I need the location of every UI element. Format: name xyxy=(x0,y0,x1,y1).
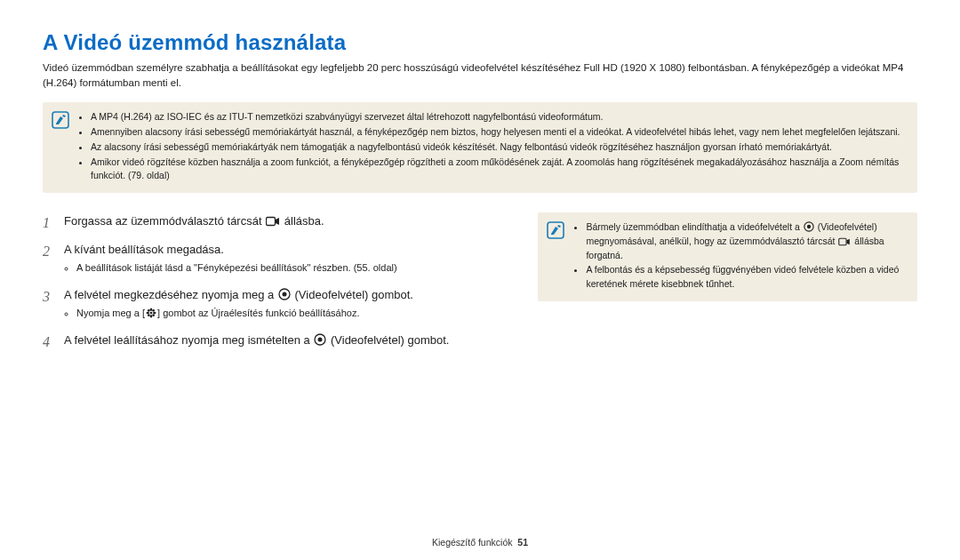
side-note-list: Bármely üzemmódban elindíthatja a videóf… xyxy=(573,220,907,292)
page-number: 51 xyxy=(517,537,528,548)
record-icon xyxy=(804,221,814,232)
step-2: A kívánt beállítások megadása. A beállít… xyxy=(43,241,506,276)
step-subitem: A beállítások listáját lásd a "Fényképez… xyxy=(76,260,506,276)
note-box: A MP4 (H.264) az ISO-IEC és az ITU-T nem… xyxy=(43,102,917,193)
step-text: A felvétel megkezdéséhez nyomja meg a xyxy=(64,288,277,301)
step-3: A felvétel megkezdéséhez nyomja meg a (V… xyxy=(43,286,506,321)
note-item: Az alacsony írási sebességű memóriakárty… xyxy=(91,140,905,155)
step-text: A kívánt beállítások megadása. xyxy=(64,243,224,256)
note-icon xyxy=(547,221,564,239)
flower-icon xyxy=(146,308,156,318)
step-text: állásba. xyxy=(281,214,324,228)
step-text: (Videofelvétel) gombot. xyxy=(327,333,449,347)
note-item: Amennyiben alacsony írási sebességű memó… xyxy=(91,125,905,140)
step-text: A felvétel leállításához nyomja meg ismé… xyxy=(64,333,313,347)
step-sublist: A beállítások listáját lásd a "Fényképez… xyxy=(64,260,506,276)
camcorder-icon xyxy=(266,216,280,227)
step-4: A felvétel leállításához nyomja meg ismé… xyxy=(43,332,506,349)
step-sublist: Nyomja meg a [] gombot az Újraélesítés f… xyxy=(64,306,506,321)
side-note-item: A felbontás és a képsebesség függvényébe… xyxy=(586,263,907,292)
step-text: (Videofelvétel) gombot. xyxy=(292,288,413,301)
camcorder-icon xyxy=(838,237,851,246)
record-icon xyxy=(314,333,326,346)
step-subitem: Nyomja meg a [] gombot az Újraélesítés f… xyxy=(76,306,506,321)
page-footer: Kiegészítő funkciók 51 xyxy=(0,537,960,548)
note-icon xyxy=(52,111,69,129)
side-note: Bármely üzemmódban elindíthatja a videóf… xyxy=(538,212,917,301)
side-note-item: Bármely üzemmódban elindíthatja a videóf… xyxy=(586,220,907,262)
note-list: A MP4 (H.264) az ISO-IEC és az ITU-T nem… xyxy=(78,109,905,184)
footer-label: Kiegészítő funkciók xyxy=(432,537,512,548)
intro-text: Videó üzemmódban személyre szabhatja a b… xyxy=(43,60,917,90)
note-item: A MP4 (H.264) az ISO-IEC és az ITU-T nem… xyxy=(91,110,905,124)
record-icon xyxy=(278,288,291,300)
step-subtext: ] gombot az Újraélesítés funkció beállít… xyxy=(157,308,359,318)
step-list: Forgassa az üzemmódválasztó tárcsát állá… xyxy=(43,212,506,348)
side-note-text: Bármely üzemmódban elindíthatja a videóf… xyxy=(586,221,802,232)
manual-page: A Videó üzemmód használata Videó üzemmód… xyxy=(0,0,960,560)
page-title: A Videó üzemmód használata xyxy=(43,30,917,55)
step-1: Forgassa az üzemmódválasztó tárcsát állá… xyxy=(43,212,506,230)
note-item: Amikor videó rögzítése közben használja … xyxy=(91,156,905,184)
step-subtext: Nyomja meg a [ xyxy=(76,308,145,318)
step-text: Forgassa az üzemmódválasztó tárcsát xyxy=(64,214,265,228)
